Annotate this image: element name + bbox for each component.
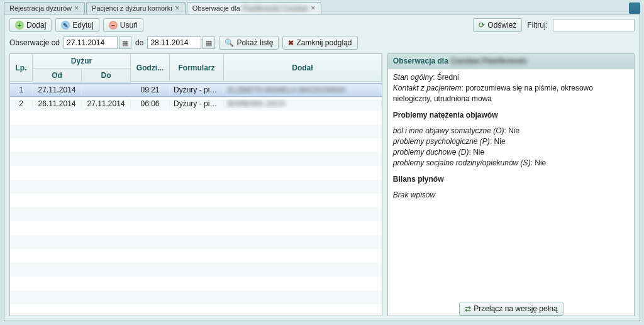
minus-icon: – — [109, 21, 118, 30]
edit-button[interactable]: ✎ Edytuj — [55, 18, 99, 32]
add-button[interactable]: + Dodaj — [9, 18, 52, 32]
kontakt-label: Kontakt z pacjentem — [393, 84, 462, 92]
detail-header-name: Czesław Pawlikowski — [450, 57, 526, 65]
button-label: Dodaj — [26, 21, 46, 30]
tab-pacjenci[interactable]: Pacjenci z dyżuru komórki ✕ — [86, 2, 186, 14]
cell-time: 06:06 — [131, 99, 170, 108]
delete-button[interactable]: – Usuń — [103, 18, 143, 32]
table-row[interactable]: 127.11.201409:21Dyżury - pielęgnELŻBIETA… — [10, 83, 382, 97]
calendar-icon[interactable]: ▦ — [119, 36, 131, 49]
cell-form: Dyżury - pielęgn — [170, 85, 224, 94]
duch-label: problemy duchowe (D) — [393, 148, 469, 157]
calendar-icon[interactable]: ▦ — [203, 36, 215, 49]
duch-value: Nie — [473, 148, 484, 157]
tab-label: Pacjenci z dyżuru komórki — [92, 4, 172, 12]
pencil-icon: ✎ — [61, 21, 70, 30]
col-do[interactable]: Do — [82, 69, 131, 83]
switch-full-button[interactable]: ⇄ Przełącz na wersję pełną — [459, 302, 563, 316]
right-toolbar: ⟳ Odśwież Filtruj: — [473, 14, 640, 32]
col-added-by[interactable]: Dodał — [224, 54, 382, 82]
tab-label: Rejestracja dyżurów — [9, 4, 72, 12]
button-label: Usuń — [120, 21, 138, 30]
close-icon[interactable]: ✕ — [311, 5, 316, 11]
tab-label-prefix: Obserwacje dla — [192, 4, 240, 12]
search-icon: 🔍 — [225, 38, 234, 47]
bilans-empty: Brak wpisów — [393, 190, 629, 201]
button-label: Przełącz na wersję pełną — [474, 304, 557, 313]
window-control-icon[interactable] — [629, 3, 640, 14]
tab-rejestracja[interactable]: Rejestracja dyżurów ✕ — [4, 2, 85, 14]
col-duty[interactable]: Dyżur — [33, 54, 131, 69]
cell-added-by: ELŻBIETA MAMELA-MAĆKOWIAK — [224, 85, 382, 94]
filter-label: Filtruj: — [527, 21, 548, 30]
sec-problems: Problemy natężenia objawów — [393, 110, 629, 121]
cell-do: 27.11.2014 — [82, 99, 131, 108]
refresh-icon: ⟳ — [479, 21, 485, 30]
date-filter-row: Obserwacje od ▦ do ▦ 🔍 Pokaż listę ✖ Zam… — [4, 36, 363, 53]
soc-value: Nie — [535, 158, 546, 167]
button-label: Odśwież — [487, 21, 516, 30]
cell-od: 26.11.2014 — [33, 99, 82, 108]
detail-panel: Stan ogólny: Średni Kontakt z pacjentem:… — [387, 68, 635, 316]
close-icon[interactable]: ✕ — [175, 5, 180, 11]
from-label: Obserwacje od — [9, 38, 60, 47]
button-label: Zamknij podgląd — [296, 38, 352, 47]
stan-value: Średni — [437, 73, 459, 82]
cell-lp: 1 — [10, 85, 33, 94]
soc-label: problemy socjalne rodziny/opiekunów (S) — [393, 158, 531, 167]
tab-label-name: Pawlikowski Czesław — [243, 4, 308, 12]
observations-table: Lp. Dyżur Od Do Godzi... Formularz Dodał — [9, 53, 382, 316]
filter-input[interactable] — [553, 19, 635, 31]
cell-added-by: BARBARA JACH — [224, 99, 382, 108]
refresh-button[interactable]: ⟳ Odśwież — [473, 18, 522, 32]
bol-value: Nie — [508, 126, 519, 135]
to-label: do — [135, 38, 143, 47]
col-lp[interactable]: Lp. — [10, 54, 33, 82]
bol-label: ból i inne objawy somatyczne (O) — [393, 126, 504, 135]
table-row[interactable]: 226.11.201427.11.201406:06Dyżury - pielę… — [10, 97, 382, 111]
tab-bar: Rejestracja dyżurów ✕ Pacjenci z dyżuru … — [0, 0, 644, 14]
close-preview-button[interactable]: ✖ Zamknij podgląd — [282, 36, 357, 50]
cell-time: 09:21 — [131, 85, 170, 94]
table-body: 127.11.201409:21Dyżury - pielęgnELŻBIETA… — [10, 83, 382, 316]
stan-label: Stan ogólny — [393, 73, 433, 82]
switch-icon: ⇄ — [465, 304, 471, 313]
col-time[interactable]: Godzi... — [131, 54, 170, 82]
show-list-button[interactable]: 🔍 Pokaż listę — [219, 36, 279, 50]
main-panel: + Dodaj ✎ Edytuj – Usuń Obserwacje od ▦ — [4, 14, 640, 321]
plus-icon: + — [15, 21, 24, 30]
button-label: Edytuj — [72, 21, 93, 30]
tab-obserwacje[interactable]: Obserwacje dla Pawlikowski Czesław ✕ — [187, 2, 321, 14]
to-date-input[interactable] — [147, 36, 201, 49]
cell-od: 27.11.2014 — [33, 85, 82, 94]
cell-form: Dyżury - pielęgn — [170, 99, 224, 108]
col-od[interactable]: Od — [33, 69, 82, 83]
detail-header: Obserwacja dla Czesław Pawlikowski — [387, 53, 635, 68]
cell-lp: 2 — [10, 99, 33, 108]
sec-bilans: Bilans płynów — [393, 174, 629, 185]
detail-header-prefix: Obserwacja dla — [393, 57, 448, 65]
close-icon[interactable]: ✕ — [74, 5, 79, 11]
button-label: Pokaż listę — [236, 38, 273, 47]
x-icon: ✖ — [288, 39, 294, 47]
psych-value: Nie — [494, 137, 506, 146]
from-date-input[interactable] — [64, 36, 118, 49]
col-form[interactable]: Formularz — [170, 54, 224, 82]
table-header: Lp. Dyżur Od Do Godzi... Formularz Dodał — [10, 54, 382, 83]
action-toolbar: + Dodaj ✎ Edytuj – Usuń — [4, 14, 363, 36]
psych-label: problemy psychologiczne (P) — [393, 137, 490, 146]
